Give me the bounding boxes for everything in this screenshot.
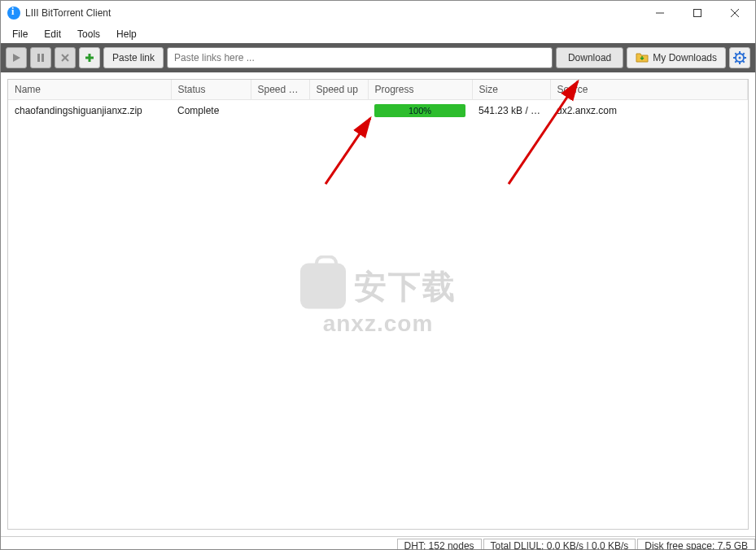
- window-controls: [641, 1, 754, 25]
- titlebar: LIII BitTorrent Client: [1, 1, 755, 25]
- svg-line-19: [743, 53, 745, 55]
- content-area: Name Status Speed down Speed up Progress…: [1, 72, 755, 536]
- add-button[interactable]: [79, 47, 100, 68]
- svg-line-17: [735, 53, 736, 55]
- pause-button[interactable]: [30, 47, 51, 68]
- col-name[interactable]: Name: [8, 80, 171, 100]
- cell-progress: 100%: [368, 100, 472, 122]
- col-speed-up[interactable]: Speed up: [309, 80, 368, 100]
- col-size[interactable]: Size: [472, 80, 550, 100]
- maximize-button[interactable]: [679, 1, 716, 25]
- svg-rect-5: [37, 54, 40, 62]
- minimize-button[interactable]: [641, 1, 679, 25]
- cell-size: 541.23 kB / 541....: [472, 100, 550, 122]
- progress-label: 100%: [374, 104, 465, 117]
- my-downloads-button[interactable]: My Downloads: [627, 47, 726, 68]
- watermark-en: anxz.com: [300, 311, 457, 337]
- svg-rect-1: [694, 10, 701, 17]
- status-speeds: Total DL|UL: 0.0 KB/s | 0.0 KB/s: [483, 539, 636, 551]
- svg-line-21: [326, 118, 370, 184]
- col-source[interactable]: Source: [550, 80, 748, 100]
- progress-bar: 100%: [374, 104, 465, 117]
- table-row[interactable]: chaofandingshiguanjianxz.zip Complete 10…: [8, 100, 748, 122]
- cell-source: dx2.anxz.com: [550, 100, 748, 122]
- settings-button[interactable]: [729, 47, 750, 68]
- cell-speed-down: [251, 100, 309, 122]
- menu-edit[interactable]: Edit: [37, 27, 68, 41]
- status-dht: DHT: 152 nodes: [397, 539, 482, 551]
- menu-tools[interactable]: Tools: [71, 27, 107, 41]
- app-icon: [7, 7, 20, 20]
- play-button[interactable]: [6, 47, 27, 68]
- window-title: LIII BitTorrent Client: [25, 7, 641, 19]
- menu-help[interactable]: Help: [110, 27, 143, 41]
- folder-icon: [636, 51, 649, 65]
- close-button[interactable]: [716, 1, 754, 25]
- paste-link-button[interactable]: Paste link: [103, 47, 164, 68]
- table-header-row: Name Status Speed down Speed up Progress…: [8, 80, 748, 100]
- svg-marker-4: [13, 54, 20, 62]
- svg-rect-6: [42, 54, 44, 62]
- watermark-cn: 安下载: [354, 264, 457, 308]
- svg-line-18: [743, 61, 745, 63]
- cell-status: Complete: [171, 100, 251, 122]
- watermark-icon: [300, 264, 346, 309]
- my-downloads-label: My Downloads: [653, 52, 717, 63]
- col-progress[interactable]: Progress: [368, 80, 472, 100]
- col-status[interactable]: Status: [171, 80, 251, 100]
- cell-name: chaofandingshiguanjianxz.zip: [8, 100, 171, 122]
- remove-button[interactable]: [55, 47, 76, 68]
- cell-speed-up: [309, 100, 368, 122]
- watermark: 安下载 anxz.com: [300, 264, 457, 337]
- url-input[interactable]: [167, 47, 553, 68]
- toolbar: Paste link Download My Downloads: [1, 43, 755, 72]
- col-speed-down[interactable]: Speed down: [251, 80, 309, 100]
- status-disk: Disk free space: 7.5 GB: [637, 539, 755, 551]
- downloads-table-wrap: Name Status Speed down Speed up Progress…: [7, 79, 749, 530]
- svg-line-20: [735, 61, 736, 63]
- download-button[interactable]: Download: [556, 47, 623, 68]
- annotation-arrows: [8, 80, 748, 529]
- svg-point-12: [739, 57, 741, 59]
- menubar: File Edit Tools Help: [1, 25, 755, 43]
- statusbar: DHT: 152 nodes Total DL|UL: 0.0 KB/s | 0…: [1, 536, 755, 550]
- menu-file[interactable]: File: [6, 27, 34, 41]
- downloads-table: Name Status Speed down Speed up Progress…: [8, 80, 748, 121]
